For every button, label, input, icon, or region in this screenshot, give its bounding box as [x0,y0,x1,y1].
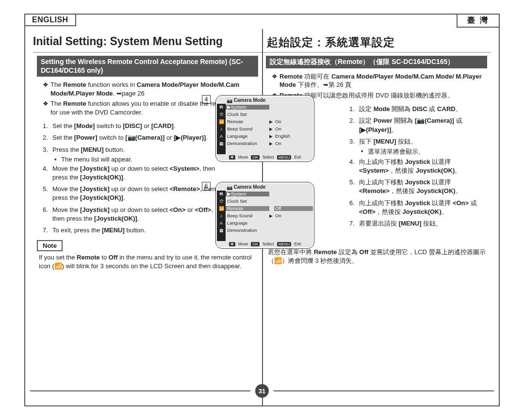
remote-icon: 📶 [217,118,226,126]
lang-label-left: ENGLISH [24,14,76,26]
menu-title: 📷 Camera Mode [217,97,313,104]
note-label-left: Note [37,240,63,251]
bullet-icon: ❖ [272,72,279,89]
sub-step-text: The menu list will appear. [61,156,132,163]
bullet-icon: ❖ [43,81,50,97]
menu-item: Remote [226,119,269,125]
step-text: 按下 [MENU] 按鈕。 [359,137,417,146]
menu-item: Beep Sound [226,127,269,132]
page-title-left: Initial Setting: System Menu Setting [33,35,262,53]
menu-title: 📷 Camera Mode [217,183,313,191]
clock-icon: ⏱ [217,111,226,118]
menu-item: Demonstration [226,141,269,146]
step-text: Move the [Joystick] up or down to select… [52,206,216,223]
page-number: 31 [255,384,269,398]
screenshot-4: 4 📷 Camera Mode 🛠▶System ⏱Clock Set 📶Rem… [215,95,314,162]
menu-value: Off [274,206,313,211]
clock-icon: ⏱ [217,198,226,205]
step-text: 設定 Mode 開關為 DISC 或 CARD。 [359,105,462,113]
note-text-left: If you set the Remote to Off in the menu… [37,253,258,270]
section-bar-left: Setting the Wireless Remote Control Acce… [37,56,258,77]
menu-hint-bar: ✥Move OKSelect MENUExit [217,241,313,248]
sub-step-text: 選單清單將會顯示。 [368,147,425,156]
section-bar-right: 設定無線遙控器接收（Remote）（僅限 SC-DC164/DC165） [266,56,487,68]
menu-value: On [274,119,313,125]
page-title-right: 起始設定：系統選單設定 [262,35,491,53]
menu-item: ▶System [226,105,269,110]
menu-value: On [274,213,313,219]
screenshot-number: 4 [202,95,211,104]
tool-icon: 🛠 [217,104,226,111]
sub-bullet-icon: ▪ [361,147,368,156]
bullet-text: Remote 功能可在 Camera Mode/Player Mode/M.Ca… [279,72,487,89]
sound-icon: ♪ [217,126,226,133]
step-text: To exit, press the [MENU] button. [52,226,146,235]
menu-item: Beep Sound [226,213,269,219]
menu-item: Remote [226,206,269,211]
step-text: Set the [Mode] switch to [DISC] or [CARD… [52,122,176,130]
menu-value: English [274,134,313,139]
steps-left: 1.Set the [Mode] switch to [DISC] or [CA… [37,120,216,236]
menu-value: On [274,141,313,146]
dpad-icon: ✥ [229,242,235,246]
menu-item: Demonstration [226,228,269,233]
note-text-right: 若您在選單中將 Remote 設定為 Off 並嘗試使用它，LCD 螢幕上的遙控… [266,248,487,265]
step-text: 若要退出請按 [MENU] 按鈕。 [359,219,442,228]
step-text: 向上或向下移動 Joystick 以選擇 <On> 或 <Off>，然後按 Jo… [359,199,487,216]
lang-icon: A [217,220,226,227]
page-footer: 31 [25,384,499,398]
step-text: 向上或向下移動 Joystick 以選擇 <System>，然後按 Joysti… [359,158,487,175]
menu-item: ▶System [226,192,269,197]
step-text: Press the [MENU] button. [52,145,125,154]
step-text: Move the [Joystick] up or down to select… [52,164,216,182]
step-text: 設定 Power 開關為 [📷(Camera)] 或 [▶(Player)]。 [359,116,487,134]
remote-icon: 📶 [217,205,226,212]
lang-label-right: 臺 灣 [457,14,500,28]
step-text: Set the [Power] switch to [📷(Camera)] or… [52,133,208,142]
menu-item: Clock Set [226,112,269,117]
step-text: Move the [Joystick] up or down to select… [52,185,216,202]
sound-icon: ♪ [217,212,226,220]
sub-bullet-icon: ▪ [54,156,61,163]
lang-icon: A [217,133,226,140]
bullet-icon: ❖ [43,99,50,116]
menu-item: Language [226,134,269,139]
menu-hint-bar: ✥Move OKSelect MENUExit [217,154,313,161]
demo-icon: ▦ [217,140,226,147]
tool-icon: 🛠 [217,191,226,198]
dpad-icon: ✥ [229,155,235,160]
manual-page: ENGLISH 臺 灣 Initial Setting: System Menu… [24,14,500,406]
step-text: 向上或向下移動 Joystick 以選擇 <Remote>，然後按 Joysti… [359,178,487,195]
demo-icon: ▦ [217,227,226,234]
menu-item: Language [226,221,269,226]
menu-item: Clock Set [226,199,269,204]
menu-value: On [274,127,313,132]
screenshot-6: 6 📷 Camera Mode 🛠▶System ⏱Clock Set 📶Rem… [215,182,314,249]
screenshot-number: 6 [202,182,211,191]
